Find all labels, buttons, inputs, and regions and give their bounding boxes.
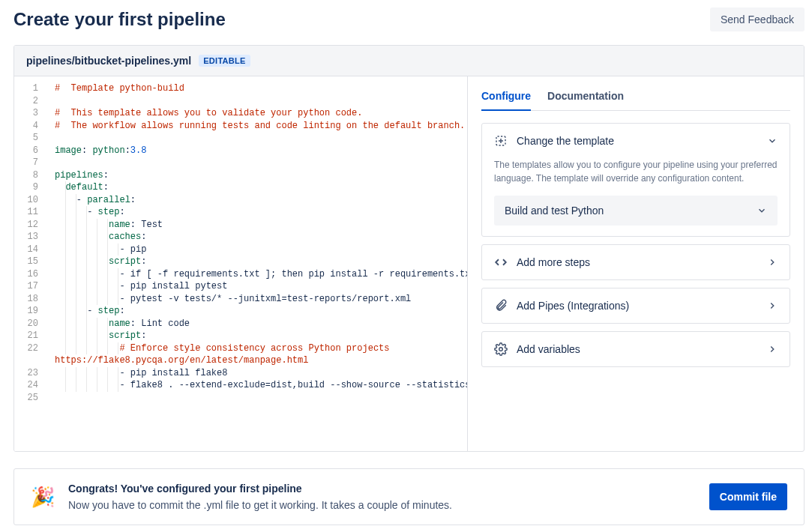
page-header: Create your first pipeline Send Feedback [13,7,805,31]
commit-file-button[interactable]: Commit file [709,483,787,510]
add-steps-panel: Add more steps [481,244,790,280]
tab-configure[interactable]: Configure [481,90,531,111]
add-steps-header[interactable]: Add more steps [482,245,790,279]
change-template-panel: Change the template The templates allow … [481,123,790,237]
add-pipes-label: Add Pipes (Integrations) [517,300,758,312]
chevron-right-icon [767,344,778,354]
chevron-down-icon [767,136,778,146]
chevron-right-icon [767,300,778,311]
code-area[interactable]: # Template python-build # This template … [52,76,468,451]
file-path: pipelines/bitbucket-pipelines.yml [26,55,191,67]
editable-badge: EDITABLE [199,55,250,67]
chevron-down-icon [757,205,767,216]
sidebar-tabs: Configure Documentation [481,90,790,111]
chevron-right-icon [767,257,778,267]
add-steps-label: Add more steps [517,256,758,268]
footer-subtitle: Now you have to commit the .yml file to … [68,499,696,511]
send-feedback-button[interactable]: Send Feedback [710,7,805,31]
add-variables-label: Add variables [517,343,758,355]
attachment-icon [494,299,508,312]
template-select-value: Build and test Python [505,205,604,217]
add-variables-header[interactable]: Add variables [482,332,790,366]
change-template-header[interactable]: Change the template [482,124,790,158]
gear-icon [494,342,508,356]
commit-footer: 🎉 Congrats! You've configured your first… [13,468,805,525]
line-gutter: 12345678910111213141516171819202122 2324… [14,76,52,451]
svg-point-3 [499,348,503,351]
config-sidebar: Configure Documentation Change the templ… [468,76,804,451]
footer-title: Congrats! You've configured your first p… [68,483,696,495]
file-header: pipelines/bitbucket-pipelines.yml EDITAB… [14,46,804,76]
template-select[interactable]: Build and test Python [494,196,778,226]
add-variables-panel: Add variables [481,331,790,367]
code-icon [494,256,508,269]
change-template-label: Change the template [517,135,758,147]
editor-card: pipelines/bitbucket-pipelines.yml EDITAB… [13,45,805,452]
tab-documentation[interactable]: Documentation [547,90,624,110]
add-pipes-header[interactable]: Add Pipes (Integrations) [482,288,790,323]
add-pipes-panel: Add Pipes (Integrations) [481,288,790,324]
confetti-icon: 🎉 [31,486,55,509]
template-icon [494,134,508,148]
change-template-desc: The templates allow you to configure you… [494,158,778,185]
page-title: Create your first pipeline [13,9,226,30]
code-editor[interactable]: 12345678910111213141516171819202122 2324… [14,76,468,451]
